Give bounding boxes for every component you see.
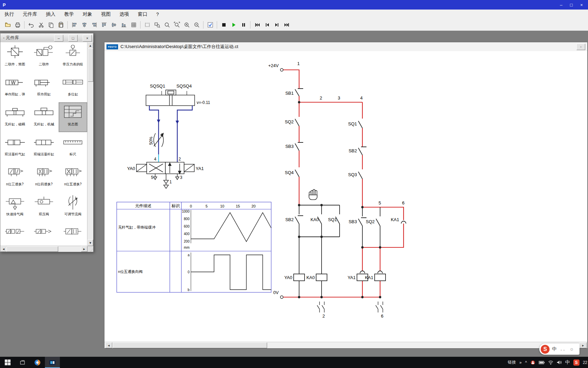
document-horizontal-scrollbar[interactable]: ◄ ► <box>104 342 587 348</box>
menu-window[interactable]: 窗口 <box>133 11 152 17</box>
library-item-quick-exhaust-valve[interactable]: 快速排气阀 <box>0 192 29 222</box>
electrical-ladder[interactable]: +24V 0V 1 2 3 4 5 6 SB1 SQ2 SB3 SQ4 SB2 … <box>268 61 406 319</box>
align-center-button[interactable] <box>79 20 89 29</box>
align-middle-button[interactable] <box>109 20 119 29</box>
menu-insert[interactable]: 插入 <box>42 11 60 17</box>
ime-mode-indicator[interactable]: 中 <box>565 359 570 366</box>
scroll-right-arrow[interactable]: ► <box>81 246 87 252</box>
taskbar-app-fluidsim[interactable] <box>45 357 60 368</box>
menu-object[interactable]: 对象 <box>78 11 97 17</box>
paste-button[interactable] <box>56 20 66 29</box>
library-item-rodless-mechanical[interactable]: 无杆缸，机械 <box>29 102 58 132</box>
menu-library[interactable]: 元件库 <box>18 11 42 17</box>
library-item-valve-assembly-3[interactable] <box>59 222 87 246</box>
scroll-up-arrow[interactable]: ▲ <box>87 42 93 49</box>
stop-button[interactable] <box>219 20 229 29</box>
library-resize-grip[interactable]: ⋰ <box>87 246 93 252</box>
rodless-cylinder-symbol[interactable] <box>146 90 195 106</box>
task-view-button[interactable] <box>15 357 30 368</box>
check-mode-button[interactable] <box>205 20 215 29</box>
doc-hscroll-thumb[interactable] <box>113 342 267 348</box>
ime-language-toggle[interactable]: 中 <box>552 346 557 352</box>
document-restore-button[interactable]: ▫ <box>576 44 585 50</box>
library-item-single-acting-cylinder[interactable]: 单作用缸，弹 <box>0 72 29 102</box>
step-forward-button[interactable] <box>272 20 282 29</box>
library-item-ruler[interactable]: 标尺 <box>59 132 87 162</box>
align-left-button[interactable] <box>69 20 79 29</box>
zoom-100-button[interactable] <box>162 20 172 29</box>
zoom-fit-button[interactable] <box>172 20 182 29</box>
library-item-valve-assembly-2[interactable] <box>29 222 58 246</box>
library-close-button[interactable]: × <box>83 35 92 42</box>
library-horizontal-scrollbar[interactable]: ◄ ► <box>0 246 87 252</box>
scroll-left-arrow[interactable]: ◄ <box>0 246 7 252</box>
library-item-valve-assembly-1[interactable] <box>0 222 29 246</box>
skip-end-button[interactable] <box>282 20 292 29</box>
library-item-double-piston-rod[interactable]: 双活塞杆气缸 <box>0 132 29 162</box>
library-hscroll-thumb[interactable] <box>6 246 58 252</box>
library-item-two-pressure-valve[interactable]: 双压阀 <box>29 192 58 222</box>
library-maximize-button[interactable]: □ <box>68 35 78 42</box>
library-item-regulator-gauge[interactable]: 带压力表的组 <box>59 42 87 72</box>
minimize-button[interactable]: – <box>556 1 566 9</box>
copy-button[interactable] <box>46 20 56 29</box>
network-tray-icon[interactable] <box>548 361 553 365</box>
align-bottom-button[interactable] <box>119 20 129 29</box>
maximize-button[interactable]: □ <box>566 1 576 9</box>
library-item-throttle-valve[interactable]: 可调节流阀 <box>59 192 87 222</box>
library-item-state-diagram[interactable]: 状态图 <box>59 102 87 132</box>
library-item-n-way-3-valve[interactable]: n位三通换? <box>0 162 29 192</box>
pneumatic-circuit[interactable]: SQSQ1 SQSQ4 v=-0.11 <box>127 83 210 188</box>
ime-punctuation-toggle[interactable]: ，。 <box>559 346 567 352</box>
pause-button[interactable] <box>239 20 248 29</box>
cut-button[interactable] <box>36 20 46 29</box>
document-title-bar[interactable]: FESTO C:\Users\Administrator\Desktop\桌面文… <box>104 42 587 51</box>
library-item-n-way-4-valve[interactable]: n位四通换? <box>29 162 58 192</box>
links-toolbar-label[interactable]: 链接 <box>508 359 516 365</box>
menu-view[interactable]: 视图 <box>97 11 115 17</box>
volume-tray-icon[interactable] <box>557 360 562 365</box>
sogou-tray-icon[interactable]: S <box>573 359 579 366</box>
library-item-service-unit-simple[interactable]: 二联件，简图 <box>0 42 29 72</box>
library-item-double-acting-cylinder[interactable]: 双作用缸 <box>29 72 58 102</box>
library-title-bar[interactable]: - 元件库 – □ × <box>0 33 93 43</box>
library-vertical-scrollbar[interactable]: ▲ ▼ <box>87 42 93 246</box>
links-expand-chevron[interactable]: » <box>519 360 522 365</box>
doc-scroll-left-arrow[interactable]: ◄ <box>105 342 112 348</box>
menu-help[interactable]: ? <box>152 12 163 17</box>
zoom-in-button[interactable] <box>182 20 192 29</box>
grid-button[interactable] <box>129 20 138 29</box>
library-item-multiposition-cylinder[interactable]: 多位缸 <box>59 72 87 102</box>
ime-emoji-button[interactable]: ☺ <box>570 347 574 352</box>
sogou-logo[interactable]: S <box>541 345 550 354</box>
menu-didactics[interactable]: 教学 <box>60 11 78 17</box>
zoom-out-button[interactable] <box>192 20 201 29</box>
clock[interactable]: 22 <box>583 360 587 365</box>
menu-options[interactable]: 选项 <box>115 11 133 17</box>
battery-tray-icon[interactable] <box>539 361 545 365</box>
library-item-double-ended-cylinder[interactable]: 双端活塞杆缸 <box>29 132 58 162</box>
tray-expand-arrow[interactable]: ^ <box>525 360 527 365</box>
close-button[interactable]: × <box>576 1 587 9</box>
align-right-button[interactable] <box>89 20 99 29</box>
library-item-n-way-5-valve[interactable]: n位五通换? <box>59 162 87 192</box>
skip-start-button[interactable] <box>252 20 262 29</box>
play-button[interactable] <box>229 20 239 29</box>
library-vscroll-thumb[interactable] <box>88 48 93 82</box>
zoom-detail-button[interactable] <box>152 20 162 29</box>
library-minimize-button[interactable]: – <box>54 35 63 42</box>
ime-toolbar[interactable]: S 中 ，。 ☺ <box>539 343 579 355</box>
state-diagram[interactable]: 元件描述 标识 0 5 10 15 20 无杆气缸，带终端缓冲 1000 800… <box>117 202 271 292</box>
start-button[interactable] <box>0 357 15 368</box>
doc-scroll-right-arrow[interactable]: ► <box>579 342 587 348</box>
step-back-button[interactable] <box>262 20 272 29</box>
sync-tray-icon[interactable] <box>530 360 535 365</box>
print-button[interactable] <box>13 20 22 29</box>
zoom-rect-button[interactable] <box>142 20 152 29</box>
menu-execute[interactable]: 执行 <box>0 11 18 17</box>
circuit-canvas[interactable]: SQSQ1 SQSQ4 v=-0.11 <box>104 51 587 342</box>
taskbar-app-browser[interactable] <box>30 357 45 368</box>
scroll-down-arrow[interactable]: ▼ <box>87 240 93 246</box>
undo-button[interactable] <box>26 20 36 29</box>
directional-valve-symbol[interactable] <box>136 162 194 188</box>
